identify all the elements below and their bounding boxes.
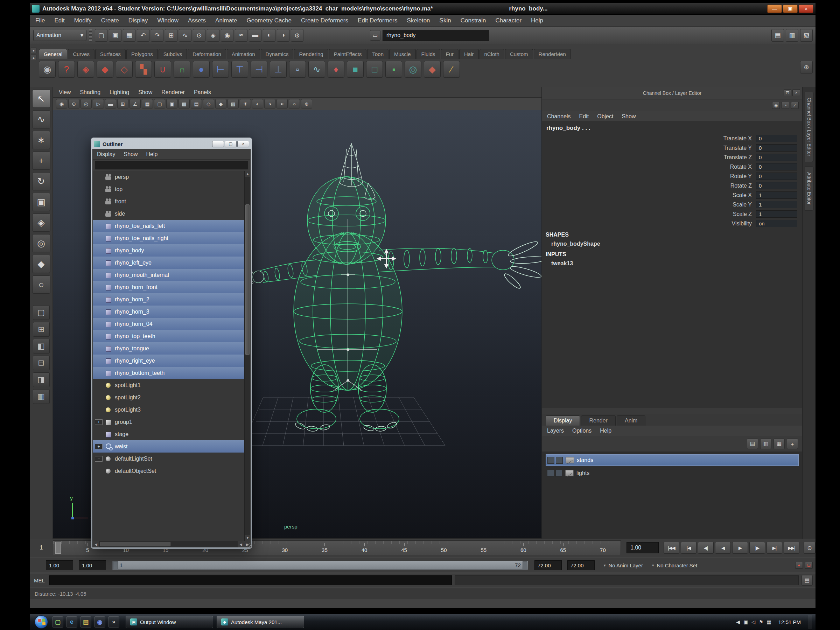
panel-menu-item[interactable]: Show (138, 89, 152, 96)
script-editor-icon[interactable]: ▤ (802, 575, 813, 586)
2d-pan-zoom-icon[interactable]: ⊞ (117, 99, 128, 109)
anim-preferences-icon[interactable]: ⊡ (805, 562, 813, 569)
outliner-item[interactable]: − defaultLightSet (93, 453, 244, 465)
resolution-gate-icon[interactable]: ▣ (166, 99, 177, 109)
outliner-item[interactable]: defaultObjectSet (93, 465, 244, 477)
tool-settings-toggle-icon[interactable]: ▧ (800, 29, 813, 42)
shelf-spray-icon[interactable]: ▚ (135, 61, 152, 78)
redo-icon[interactable]: ↷ (151, 29, 163, 42)
attribute-value[interactable]: 0 (756, 163, 797, 171)
render-view-icon[interactable]: ▬ (249, 29, 261, 42)
sidebar-toggle-icon[interactable]: ▤ (771, 29, 784, 42)
shelf-tab[interactable]: Rendering (294, 49, 328, 59)
channel-attribute-row[interactable]: Rotate X 0 (542, 162, 802, 172)
layer-display-toggle[interactable] (556, 457, 563, 464)
snap-curve-icon[interactable]: ∿ (179, 29, 191, 42)
outliner-item[interactable]: rhyno_tongue (93, 342, 244, 355)
outliner-item[interactable]: spotLight2 (93, 391, 244, 404)
ipr-render-icon[interactable]: ◑ (277, 29, 289, 42)
mel-command-input[interactable] (49, 575, 452, 585)
outliner-menu-item[interactable]: Display (97, 151, 115, 158)
gate-mask-icon[interactable]: ▩ (178, 99, 190, 109)
outliner-item[interactable]: spotLight3 (93, 404, 244, 416)
shelf-tab[interactable]: Hair (459, 49, 479, 59)
image-plane-icon[interactable]: ▬ (105, 99, 116, 109)
channel-attribute-row[interactable]: Rotate Z 0 (542, 181, 802, 190)
outliner-item[interactable]: rhyno_left_eye (93, 257, 244, 269)
rotate-tool-icon[interactable]: ↻ (32, 172, 51, 190)
animation-start-input[interactable]: 1.00 (46, 561, 73, 570)
layer-row[interactable]: lights (546, 467, 799, 479)
scrollbar-thumb[interactable] (245, 204, 249, 355)
dock-window-icon[interactable]: ⊡ (784, 89, 791, 96)
outliner-item[interactable]: spotLight1 (93, 379, 244, 391)
panel-menu-item[interactable]: Lighting (109, 89, 129, 96)
outliner-menu-item[interactable]: Show (123, 151, 137, 158)
tab-channel-box[interactable]: Channel Box / Layer Editor (805, 92, 814, 162)
attribute-value[interactable]: 0 (756, 182, 797, 189)
field-chart-icon[interactable]: ▤ (191, 99, 202, 109)
scroll-up-icon[interactable]: ▲ (245, 171, 250, 177)
character-set-dropdown[interactable]: ▾ No Character Set (652, 562, 697, 568)
menu-item[interactable]: Display (128, 17, 148, 24)
scroll-left-icon[interactable]: ◀ (238, 541, 244, 547)
outliner-item[interactable]: rhyno_horn_2 (93, 293, 244, 306)
channel-attribute-row[interactable]: Scale Z 1 (542, 209, 802, 219)
isolate-select-icon[interactable]: ⊚ (301, 99, 312, 109)
panel-menu-item[interactable]: Renderer (161, 89, 185, 96)
textured-mode-icon[interactable]: ▨ (227, 99, 239, 109)
mel-result-field[interactable] (455, 575, 799, 585)
layer-editor-tab[interactable]: Render (581, 415, 615, 426)
animation-end-input[interactable]: 72.00 (567, 561, 595, 570)
render-current-frame-icon[interactable]: ◐ (263, 29, 275, 42)
outliner-item[interactable]: rhyno_horn_04 (93, 318, 244, 330)
window-resize-grip[interactable] (247, 543, 252, 548)
persp-graph-layout-icon[interactable]: ⊟ (33, 355, 50, 370)
snap-point-icon[interactable]: ⊙ (193, 29, 205, 42)
channel-box-menu-item[interactable]: Show (622, 114, 636, 120)
scale-tool-icon[interactable]: ▣ (32, 193, 51, 211)
last-tool-icon[interactable]: ○ (32, 275, 51, 294)
layer-color-swatch[interactable] (565, 457, 574, 463)
overflow-chevron-icon[interactable]: » (108, 616, 119, 628)
outliner-item[interactable]: persp (93, 171, 244, 183)
move-tool-icon[interactable]: + (32, 152, 51, 170)
menu-item[interactable]: Create (101, 17, 119, 24)
layer-color-swatch[interactable] (565, 470, 574, 476)
outliner-item[interactable]: rhyno_horn_3 (93, 306, 244, 318)
film-gate-icon[interactable]: ▢ (154, 99, 165, 109)
render-settings-icon[interactable]: ⊛ (291, 29, 303, 42)
xray-icon[interactable]: ○ (289, 99, 300, 109)
shelf-key-icon[interactable]: ♦ (328, 61, 344, 78)
channel-attribute-row[interactable]: Rotate Y 0 (542, 172, 802, 181)
go-to-end-button[interactable]: ▶▶| (784, 542, 799, 554)
panel-menu-item[interactable]: Panels (194, 89, 211, 96)
scroll-left-icon[interactable]: ◀ (93, 541, 99, 547)
outliner-item[interactable]: rhyno_body (93, 244, 244, 257)
layer-row[interactable]: stands (546, 454, 799, 466)
show-desktop-button[interactable] (808, 615, 812, 629)
input-node-name[interactable]: tweak13 (542, 258, 802, 267)
selection-mask-icon[interactable]: ▭ (370, 30, 381, 41)
playback-options-icon[interactable]: ⊙ (804, 542, 815, 554)
shelf-brush-icon[interactable]: ◆ (424, 61, 441, 78)
maximize-button[interactable]: ▣ (783, 5, 797, 13)
range-slider[interactable]: 1 72 (112, 561, 528, 570)
layer-editor-menu-item[interactable]: Help (600, 428, 611, 434)
shelf-tab[interactable]: General (39, 49, 67, 59)
outliner-item[interactable]: front (93, 195, 244, 208)
step-forward-frame-button[interactable]: ▶| (766, 542, 782, 554)
single-pane-layout-icon[interactable]: ▢ (33, 305, 50, 320)
shelf-cube-teal-icon[interactable]: ■ (347, 61, 364, 78)
ie-icon[interactable]: e (66, 616, 77, 628)
outliner-item[interactable]: rhyno_toe_nails_left (93, 220, 244, 232)
shelf-tab[interactable]: Dynamics (261, 49, 294, 59)
outliner-item[interactable]: + group1 (93, 416, 244, 428)
channel-box-menu-item[interactable]: Edit (579, 114, 589, 120)
play-forwards-button[interactable]: ▶ (732, 542, 748, 554)
layer-editor-menu-item[interactable]: Layers (547, 428, 564, 434)
shelf-joint-2-icon[interactable]: ⊤ (231, 61, 248, 78)
shelf-tab[interactable]: Polygons (126, 49, 158, 59)
output-window-button[interactable]: ▣ Output Window (126, 616, 213, 628)
start-button[interactable] (35, 615, 48, 628)
